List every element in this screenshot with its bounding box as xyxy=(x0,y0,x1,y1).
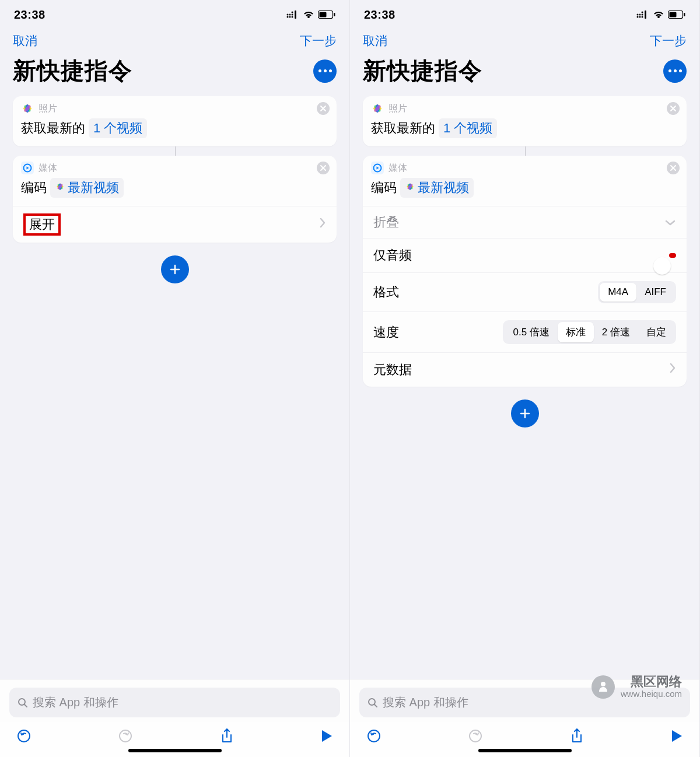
photos-app-icon xyxy=(21,102,34,115)
svg-rect-38 xyxy=(684,13,685,16)
media-param-label: 最新视频 xyxy=(68,179,119,197)
svg-point-2 xyxy=(287,14,289,16)
close-icon[interactable] xyxy=(667,102,680,115)
svg-rect-35 xyxy=(645,10,646,19)
collapse-row[interactable]: 折叠 xyxy=(363,206,687,238)
content-area: 照片 获取最新的 1 个视频 媒体 xyxy=(350,96,699,757)
search-input[interactable]: 搜索 App 和操作 xyxy=(9,688,340,717)
speed-segment[interactable]: 0.5 倍速 标准 2 倍速 自定 xyxy=(503,320,676,344)
action-card-photos[interactable]: 照片 获取最新的 1 个视频 xyxy=(363,96,687,146)
metadata-label: 元数据 xyxy=(373,361,412,378)
speed-half[interactable]: 0.5 倍速 xyxy=(505,322,557,342)
close-icon[interactable] xyxy=(317,102,330,115)
format-segment[interactable]: M4A AIFF xyxy=(598,281,676,303)
play-button[interactable] xyxy=(670,729,683,745)
page-title: 新快捷指令 xyxy=(13,55,132,87)
undo-button[interactable] xyxy=(366,728,382,746)
option-metadata[interactable]: 元数据 xyxy=(363,352,687,387)
nav-bar: 取消 下一步 xyxy=(0,29,349,51)
chevron-right-icon xyxy=(669,362,676,377)
cancel-button[interactable]: 取消 xyxy=(363,33,387,49)
undo-button[interactable] xyxy=(16,728,32,746)
add-action-button[interactable] xyxy=(511,399,539,427)
content-area: 照片 获取最新的 1 个视频 媒体 xyxy=(0,96,349,757)
phone-right: 23:38 取消 下一步 新快捷指令 照片 xyxy=(350,0,700,757)
speed-label: 速度 xyxy=(373,324,399,341)
svg-point-32 xyxy=(642,16,643,18)
svg-point-29 xyxy=(639,16,641,18)
svg-point-34 xyxy=(642,12,643,13)
expand-row[interactable]: 展开 xyxy=(13,206,337,243)
home-indicator xyxy=(128,749,222,752)
svg-point-1 xyxy=(289,16,291,18)
play-button[interactable] xyxy=(320,729,333,745)
status-bar: 23:38 xyxy=(0,0,349,29)
title-row: 新快捷指令 xyxy=(350,51,699,96)
photos-param-token[interactable]: 1 个视频 xyxy=(439,118,497,138)
cellular-icon xyxy=(636,10,649,19)
format-m4a[interactable]: M4A xyxy=(600,283,636,302)
battery-icon xyxy=(668,10,685,19)
svg-point-28 xyxy=(637,16,639,18)
svg-point-54 xyxy=(368,730,380,742)
speed-double[interactable]: 2 倍速 xyxy=(594,322,638,342)
svg-point-27 xyxy=(120,730,131,742)
svg-rect-7 xyxy=(295,10,296,19)
close-icon[interactable] xyxy=(667,162,680,174)
svg-point-0 xyxy=(287,16,289,18)
status-icons xyxy=(636,10,685,19)
phone-left: 23:38 取消 下一步 新快捷指令 照片 xyxy=(0,0,350,757)
close-icon[interactable] xyxy=(317,162,330,174)
cancel-button[interactable]: 取消 xyxy=(13,33,37,49)
wifi-icon xyxy=(653,10,664,19)
cellular-icon xyxy=(286,10,299,19)
media-param-label: 最新视频 xyxy=(418,179,469,197)
svg-point-30 xyxy=(637,14,639,16)
svg-line-25 xyxy=(24,705,27,707)
svg-point-3 xyxy=(289,14,291,16)
expand-label: 展开 xyxy=(23,213,61,236)
svg-rect-37 xyxy=(670,12,677,17)
media-app-label: 媒体 xyxy=(38,162,57,174)
redo-button[interactable] xyxy=(118,728,133,746)
action-card-photos[interactable]: 照片 获取最新的 1 个视频 xyxy=(13,96,337,146)
redo-button[interactable] xyxy=(468,728,483,746)
bottom-area: 搜索 App 和操作 xyxy=(0,679,349,757)
more-button[interactable] xyxy=(663,59,687,83)
home-indicator xyxy=(478,749,572,752)
action-card-media[interactable]: 媒体 编码 最新视频 展开 xyxy=(13,156,337,243)
svg-rect-9 xyxy=(320,12,327,17)
speed-normal[interactable]: 标准 xyxy=(558,322,594,342)
svg-point-5 xyxy=(292,14,293,16)
svg-point-33 xyxy=(642,14,643,16)
next-button[interactable]: 下一步 xyxy=(300,33,337,49)
format-aiff[interactable]: AIFF xyxy=(636,283,674,302)
more-button[interactable] xyxy=(313,59,337,83)
option-format: 格式 M4A AIFF xyxy=(363,272,687,311)
wifi-icon xyxy=(303,10,314,19)
svg-line-53 xyxy=(374,705,377,707)
svg-point-26 xyxy=(18,730,30,742)
photos-param-token[interactable]: 1 个视频 xyxy=(89,118,147,138)
connector xyxy=(175,146,176,156)
photos-app-label: 照片 xyxy=(388,103,407,115)
photos-action-text: 获取最新的 xyxy=(371,120,435,137)
action-card-media-expanded[interactable]: 媒体 编码 最新视频 折叠 xyxy=(363,156,687,387)
media-action-text: 编码 xyxy=(371,179,397,197)
add-action-button[interactable] xyxy=(161,255,189,283)
media-app-label: 媒体 xyxy=(388,162,407,174)
nav-bar: 取消 下一步 xyxy=(350,29,699,51)
audio-only-highlight xyxy=(669,253,676,258)
share-button[interactable] xyxy=(220,728,234,747)
format-label: 格式 xyxy=(373,283,399,301)
speed-custom[interactable]: 自定 xyxy=(638,322,674,342)
share-button[interactable] xyxy=(570,728,584,747)
media-param-token[interactable]: 最新视频 xyxy=(400,178,474,198)
watermark: 黑区网络 www.heiqu.com xyxy=(592,675,682,699)
next-button[interactable]: 下一步 xyxy=(650,33,687,49)
media-param-token[interactable]: 最新视频 xyxy=(50,178,124,198)
svg-point-31 xyxy=(639,14,641,16)
chevron-down-icon xyxy=(664,215,676,230)
search-icon xyxy=(368,698,378,708)
audio-only-label: 仅音频 xyxy=(373,247,412,264)
